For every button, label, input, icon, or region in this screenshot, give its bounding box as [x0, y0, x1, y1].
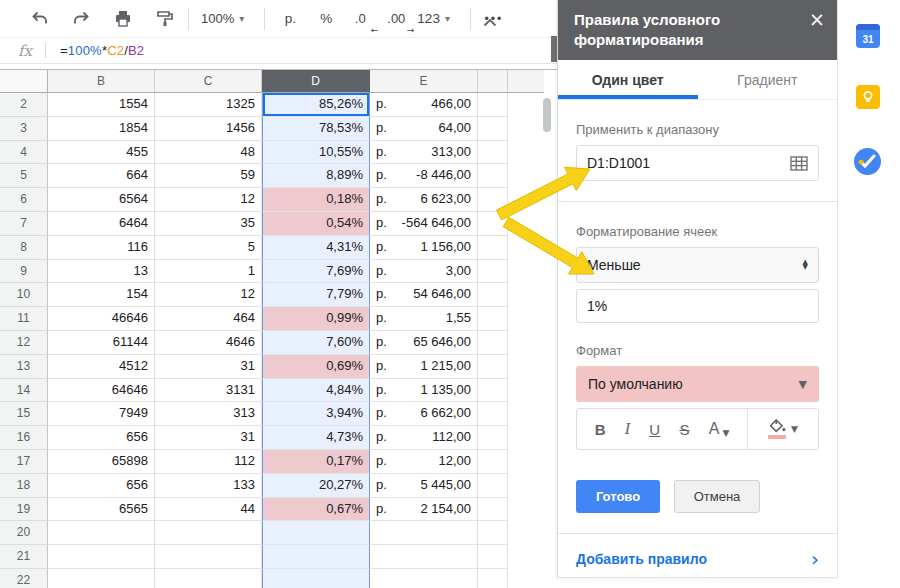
column-header-C[interactable]: C — [155, 70, 262, 93]
cell[interactable]: 46646 — [48, 307, 155, 331]
grid-select-icon[interactable] — [790, 156, 808, 171]
bold-button[interactable]: B — [595, 421, 606, 438]
cell[interactable]: 12 — [155, 188, 262, 212]
cell[interactable] — [48, 521, 155, 545]
cell[interactable]: 59 — [155, 164, 262, 188]
done-button[interactable]: Готово — [576, 480, 660, 513]
cell[interactable] — [478, 521, 508, 545]
cell[interactable]: 12 — [155, 283, 262, 307]
decrease-decimal-button[interactable]: .0← — [345, 5, 375, 33]
row-header[interactable]: 7 — [0, 212, 48, 236]
cell[interactable]: 44 — [155, 498, 262, 522]
cell[interactable]: р.12,00 — [370, 450, 478, 474]
cell[interactable]: 35 — [155, 212, 262, 236]
cell[interactable] — [48, 569, 155, 588]
cell[interactable]: 4,31% — [262, 236, 370, 260]
cell[interactable]: р.6 662,00 — [370, 402, 478, 426]
cell[interactable]: р.1,55 — [370, 307, 478, 331]
column-header-E[interactable]: E — [370, 70, 478, 93]
row-header[interactable]: 20 — [0, 521, 48, 545]
cell[interactable] — [262, 569, 370, 588]
cell[interactable] — [370, 569, 478, 588]
row-header[interactable]: 10 — [0, 283, 48, 307]
row-header[interactable]: 21 — [0, 545, 48, 569]
cell[interactable]: р.3,00 — [370, 260, 478, 284]
cell[interactable]: 1456 — [155, 117, 262, 141]
cell[interactable]: 0,67% — [262, 498, 370, 522]
row-header[interactable]: 12 — [0, 331, 48, 355]
cell[interactable]: 20,27% — [262, 474, 370, 498]
cell[interactable] — [478, 355, 508, 379]
cell[interactable] — [155, 521, 262, 545]
cell[interactable] — [478, 283, 508, 307]
cell[interactable] — [478, 426, 508, 450]
row-header[interactable]: 3 — [0, 117, 48, 141]
cell[interactable]: р.112,00 — [370, 426, 478, 450]
currency-format-button[interactable]: р. — [275, 5, 305, 33]
column-header-F[interactable] — [478, 70, 508, 93]
cell[interactable]: 4512 — [48, 355, 155, 379]
row-header[interactable]: 13 — [0, 355, 48, 379]
cell[interactable] — [478, 498, 508, 522]
add-rule-link[interactable]: Добавить правило › — [576, 534, 819, 584]
percent-format-button[interactable]: % — [311, 5, 341, 33]
tab-gradient[interactable]: Градиент — [698, 60, 838, 99]
cell[interactable]: 31 — [155, 355, 262, 379]
cell[interactable]: 7,79% — [262, 283, 370, 307]
cell[interactable] — [478, 569, 508, 588]
collapse-toolbar-button[interactable] — [475, 8, 505, 36]
cell[interactable]: 7949 — [48, 402, 155, 426]
cell[interactable]: 313 — [155, 402, 262, 426]
cell[interactable]: р.6 623,00 — [370, 188, 478, 212]
row-header[interactable]: 2 — [0, 93, 48, 117]
paint-format-button[interactable] — [150, 5, 180, 33]
text-color-button[interactable]: A ▼ — [709, 420, 730, 438]
column-header-B[interactable]: B — [48, 70, 155, 93]
cell[interactable] — [262, 521, 370, 545]
cell[interactable]: р.-564 646,00 — [370, 212, 478, 236]
cell[interactable]: 4,73% — [262, 426, 370, 450]
row-header[interactable]: 6 — [0, 188, 48, 212]
row-header[interactable]: 8 — [0, 236, 48, 260]
cell[interactable]: 31 — [155, 426, 262, 450]
row-header[interactable]: 17 — [0, 450, 48, 474]
cell[interactable] — [478, 402, 508, 426]
cell[interactable]: 5 — [155, 236, 262, 260]
format-style-select[interactable]: По умолчанию ▼ — [576, 366, 819, 402]
cell[interactable]: р.1 135,00 — [370, 379, 478, 403]
cell[interactable]: 48 — [155, 141, 262, 165]
cell[interactable]: р.2 154,00 — [370, 498, 478, 522]
cell[interactable]: 656 — [48, 426, 155, 450]
cell[interactable]: 6464 — [48, 212, 155, 236]
select-all-corner[interactable] — [0, 70, 48, 93]
keep-notes-icon[interactable] — [856, 85, 880, 109]
tab-single-color[interactable]: Один цвет — [558, 60, 698, 99]
cell[interactable] — [48, 545, 155, 569]
cell[interactable]: 116 — [48, 236, 155, 260]
cell[interactable]: 6565 — [48, 498, 155, 522]
cell[interactable]: 656 — [48, 474, 155, 498]
cell[interactable]: 112 — [155, 450, 262, 474]
row-header[interactable]: 4 — [0, 141, 48, 165]
cell[interactable]: 0,99% — [262, 307, 370, 331]
underline-button[interactable]: U — [649, 421, 660, 438]
cell[interactable]: 3,94% — [262, 402, 370, 426]
cell[interactable]: 0,18% — [262, 188, 370, 212]
row-header[interactable]: 15 — [0, 402, 48, 426]
cell[interactable] — [478, 474, 508, 498]
cell[interactable]: 664 — [48, 164, 155, 188]
calendar-icon[interactable]: 31 — [856, 24, 880, 48]
sheet-scrollbar-thumb[interactable] — [543, 98, 551, 132]
cell[interactable] — [478, 331, 508, 355]
cell[interactable]: 61144 — [48, 331, 155, 355]
row-header[interactable]: 16 — [0, 426, 48, 450]
cell[interactable]: 7,60% — [262, 331, 370, 355]
cell[interactable]: р.466,00 — [370, 93, 478, 117]
cell[interactable] — [478, 164, 508, 188]
cell[interactable]: 13 — [48, 260, 155, 284]
cell[interactable]: 1854 — [48, 117, 155, 141]
row-header[interactable]: 18 — [0, 474, 48, 498]
increase-decimal-button[interactable]: .00→ — [381, 5, 411, 33]
row-header[interactable]: 11 — [0, 307, 48, 331]
cell[interactable] — [478, 188, 508, 212]
